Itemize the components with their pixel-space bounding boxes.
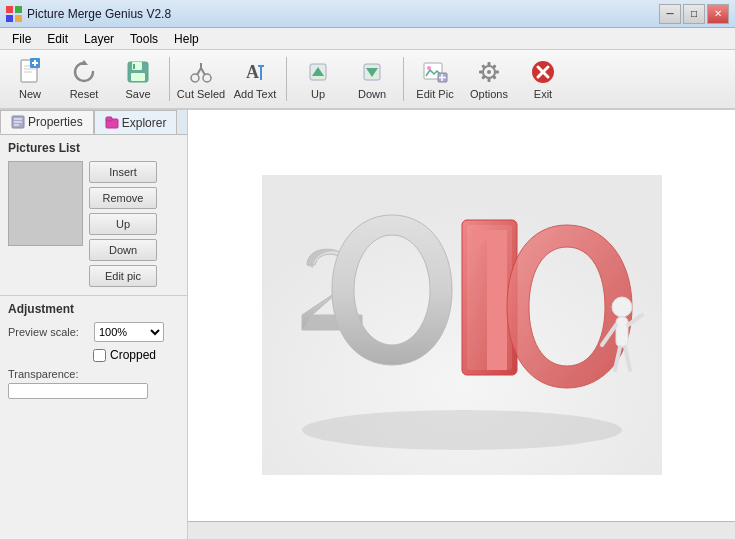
- menu-file[interactable]: File: [4, 30, 39, 48]
- pictures-list-area: Insert Remove Up Down Edit pic: [0, 157, 187, 291]
- insert-button[interactable]: Insert: [89, 161, 157, 183]
- menu-help[interactable]: Help: [166, 30, 207, 48]
- maximize-button[interactable]: □: [683, 4, 705, 24]
- picture-preview: [8, 161, 83, 246]
- close-button[interactable]: ✕: [707, 4, 729, 24]
- adjustment-title: Adjustment: [8, 302, 179, 316]
- remove-button[interactable]: Remove: [89, 187, 157, 209]
- svg-rect-36: [488, 62, 491, 66]
- cropped-row: Cropped: [8, 348, 179, 362]
- cropped-checkbox[interactable]: [93, 349, 106, 362]
- down-label: Down: [358, 88, 386, 100]
- toolbar-sep-2: [286, 57, 287, 101]
- canvas-content: [188, 110, 735, 539]
- svg-point-57: [612, 297, 632, 317]
- svg-rect-16: [133, 64, 135, 69]
- pictures-list-label: Pictures List: [0, 135, 187, 157]
- exit-label: Exit: [534, 88, 552, 100]
- svg-rect-38: [479, 71, 483, 74]
- tab-properties[interactable]: Properties: [0, 110, 94, 134]
- app-icon: [6, 6, 22, 22]
- options-button[interactable]: Options: [463, 53, 515, 105]
- cropped-label: Cropped: [110, 348, 156, 362]
- svg-rect-15: [131, 73, 145, 81]
- left-panel: Properties Explorer Pictures List Insert…: [0, 110, 188, 539]
- add-text-label: Add Text: [234, 88, 277, 100]
- title-bar-controls: ─ □ ✕: [659, 4, 729, 24]
- new-button[interactable]: New: [4, 53, 56, 105]
- add-text-button[interactable]: A Add Text: [229, 53, 281, 105]
- down-button[interactable]: Down: [346, 53, 398, 105]
- pic-down-button[interactable]: Down: [89, 239, 157, 261]
- picture-buttons: Insert Remove Up Down Edit pic: [89, 161, 157, 287]
- edit-pic-button[interactable]: Edit Pic: [409, 53, 461, 105]
- menu-bar: File Edit Layer Tools Help: [0, 28, 735, 50]
- svg-rect-58: [616, 317, 628, 347]
- edit-pic-panel-button[interactable]: Edit pic: [89, 265, 157, 287]
- svg-rect-2: [6, 15, 13, 22]
- menu-layer[interactable]: Layer: [76, 30, 122, 48]
- svg-rect-3: [15, 15, 22, 22]
- minimize-button[interactable]: ─: [659, 4, 681, 24]
- svg-rect-37: [488, 78, 491, 82]
- status-bar: [188, 521, 735, 539]
- svg-point-35: [487, 70, 491, 74]
- reset-label: Reset: [70, 88, 99, 100]
- exit-button[interactable]: Exit: [517, 53, 569, 105]
- toolbar-sep-1: [169, 57, 170, 101]
- cut-seled-label: Cut Seled: [177, 88, 225, 100]
- svg-rect-39: [495, 71, 499, 74]
- svg-line-19: [197, 68, 201, 75]
- svg-text:A: A: [246, 62, 259, 82]
- menu-tools[interactable]: Tools: [122, 30, 166, 48]
- main-area: Properties Explorer Pictures List Insert…: [0, 110, 735, 539]
- up-label: Up: [311, 88, 325, 100]
- svg-rect-0: [6, 6, 13, 13]
- edit-pic-label: Edit Pic: [416, 88, 453, 100]
- preview-scale-label: Preview scale:: [8, 326, 88, 338]
- svg-point-30: [427, 66, 431, 70]
- options-label: Options: [470, 88, 508, 100]
- tab-explorer-label: Explorer: [122, 116, 167, 130]
- save-button[interactable]: Save: [112, 53, 164, 105]
- explorer-tab-icon: [105, 116, 119, 130]
- tab-explorer[interactable]: Explorer: [94, 110, 178, 134]
- save-label: Save: [125, 88, 150, 100]
- cut-seled-button[interactable]: Cut Seled: [175, 53, 227, 105]
- title-bar: Picture Merge Genius V2.8 ─ □ ✕: [0, 0, 735, 28]
- transparence-section: Transparence:: [8, 368, 179, 399]
- svg-line-20: [201, 68, 205, 75]
- preview-scale-select[interactable]: 100% 50% 75% 125% 150% 200%: [94, 322, 164, 342]
- svg-point-54: [302, 410, 622, 450]
- transparence-label: Transparence:: [8, 368, 179, 380]
- tab-properties-label: Properties: [28, 115, 83, 129]
- preview-scale-row: Preview scale: 100% 50% 75% 125% 150% 20…: [8, 322, 179, 342]
- new-label: New: [19, 88, 41, 100]
- menu-edit[interactable]: Edit: [39, 30, 76, 48]
- pic-up-button[interactable]: Up: [89, 213, 157, 235]
- illustration-2010: [262, 175, 662, 475]
- up-button[interactable]: Up: [292, 53, 344, 105]
- svg-rect-1: [15, 6, 22, 13]
- transparency-slider[interactable]: [8, 383, 148, 399]
- svg-rect-52: [106, 117, 112, 121]
- canvas-area: [188, 110, 735, 539]
- reset-button[interactable]: Reset: [58, 53, 110, 105]
- properties-tab-icon: [11, 115, 25, 129]
- toolbar-sep-3: [403, 57, 404, 101]
- tab-bar: Properties Explorer: [0, 110, 187, 135]
- title-bar-text: Picture Merge Genius V2.8: [27, 7, 171, 21]
- toolbar: New Reset Save: [0, 50, 735, 110]
- adjustment-section: Adjustment Preview scale: 100% 50% 75% 1…: [0, 295, 187, 405]
